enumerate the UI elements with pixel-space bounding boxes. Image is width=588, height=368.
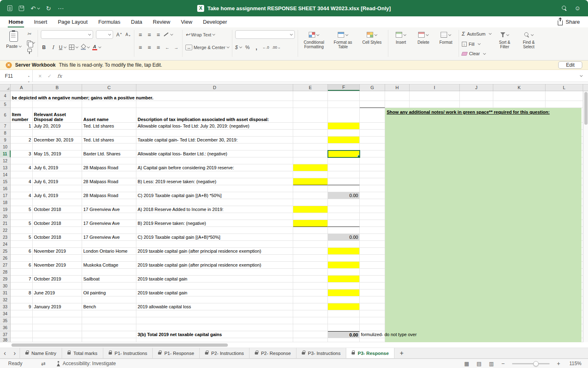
cell-G13[interactable]	[360, 164, 385, 171]
cell-D26[interactable]	[136, 255, 293, 262]
row-header-9[interactable]: 9	[0, 137, 11, 144]
align-middle-button[interactable]	[146, 31, 152, 39]
cell-C32[interactable]	[82, 296, 136, 303]
cell-E8[interactable]	[293, 130, 328, 137]
cell-G32[interactable]	[360, 296, 385, 303]
cell-C9[interactable]: Ted. Ltd shares	[82, 137, 136, 144]
cell-F27[interactable]	[328, 262, 360, 269]
sort-filter-button[interactable]: Sort & Filter	[494, 30, 515, 57]
cell-A21[interactable]: 5	[11, 220, 33, 227]
row-header-31[interactable]: 31	[0, 289, 11, 296]
cell-G7[interactable]	[360, 123, 385, 130]
cell-B15[interactable]: July 6, 2019	[33, 178, 82, 185]
cell-B32[interactable]	[33, 296, 82, 303]
cell-A6[interactable]: Item number	[11, 108, 33, 123]
cell-D33[interactable]: 2019 allowable capital loss	[136, 303, 293, 310]
cell-G9[interactable]	[360, 137, 385, 144]
cell-F32[interactable]	[328, 296, 360, 303]
cell-D17[interactable]: C) 2019 Taxable capital gain [(A+B) *50%…	[136, 192, 293, 199]
cell-B16[interactable]	[33, 185, 82, 192]
cell-G31[interactable]	[360, 289, 385, 296]
cell-F14[interactable]	[328, 171, 360, 178]
menu-insert[interactable]: Insert	[29, 16, 53, 27]
cell-G19[interactable]	[360, 206, 385, 213]
cell-G11[interactable]	[360, 150, 385, 157]
page-break-view-icon[interactable]	[489, 361, 494, 367]
cell-C33[interactable]: Bench	[82, 303, 136, 310]
menu-review[interactable]: Review	[147, 16, 176, 27]
decrease-decimal-button[interactable]	[263, 43, 270, 52]
cell-C37[interactable]	[82, 331, 136, 338]
column-header-J[interactable]: J	[460, 84, 493, 91]
search-icon[interactable]	[562, 6, 567, 11]
cell-B23[interactable]: October 2018	[33, 234, 82, 241]
row-header-34[interactable]: 34	[0, 310, 11, 317]
cell-C18[interactable]	[82, 199, 136, 206]
cell-D8[interactable]	[136, 130, 293, 137]
cell-G14[interactable]	[360, 171, 385, 178]
zoom-slider-thumb[interactable]	[533, 361, 539, 366]
cell-A25[interactable]: 6	[11, 248, 33, 255]
cell-C12[interactable]	[82, 157, 136, 164]
cell-G24[interactable]	[360, 241, 385, 248]
row-header-13[interactable]: 13	[0, 164, 11, 171]
cell-C27[interactable]: Muskoka Cottage	[82, 262, 136, 269]
cell-G27[interactable]	[360, 262, 385, 269]
vertical-scrollbar[interactable]	[583, 91, 588, 342]
cell-E20[interactable]	[293, 213, 328, 220]
cell-H5[interactable]	[385, 101, 410, 108]
cell-F30[interactable]	[328, 283, 360, 289]
menu-data[interactable]: Data	[126, 16, 147, 27]
cell-A16[interactable]	[11, 185, 33, 192]
cell-C21[interactable]: 17 Greenview Ave	[82, 220, 136, 227]
row-header-4[interactable]: 4	[0, 91, 11, 101]
cell-E4[interactable]	[293, 91, 328, 101]
cell-F22[interactable]	[328, 227, 360, 234]
cell-F15[interactable]	[328, 178, 360, 185]
cell-F28[interactable]	[328, 269, 360, 276]
cell-G30[interactable]	[360, 283, 385, 289]
name-box[interactable]: F11	[0, 70, 33, 82]
cell-D31[interactable]: 2019 taxable capital gain	[136, 289, 293, 296]
cell-A4[interactable]: be depicted with a negative number; gain…	[11, 91, 33, 101]
cell-C11[interactable]: Baxter Ltd. Shares	[82, 150, 136, 157]
column-header-I[interactable]: I	[410, 84, 460, 91]
add-sheet-button[interactable]	[394, 348, 409, 358]
cell-E10[interactable]	[293, 144, 328, 150]
cell-B13[interactable]: July 6, 2019	[33, 164, 82, 171]
cell-B12[interactable]	[33, 157, 82, 164]
sheet-tab-p3-instructions[interactable]: P3- Instructions	[296, 348, 346, 358]
italic-button[interactable]	[50, 43, 56, 52]
cell-A22[interactable]	[11, 227, 33, 234]
cell-E27[interactable]	[293, 262, 328, 269]
number-format-select[interactable]	[235, 30, 295, 39]
cell-D30[interactable]	[136, 283, 293, 289]
redo-icon[interactable]: ↻	[46, 5, 51, 11]
row-header-7[interactable]: 7	[0, 123, 11, 130]
menu-page-layout[interactable]: Page Layout	[53, 16, 93, 27]
format-painter-button[interactable]	[27, 49, 35, 54]
row-header-11[interactable]: 11	[0, 150, 11, 157]
cell-H4[interactable]	[385, 91, 410, 101]
zoom-out-icon[interactable]	[501, 360, 505, 367]
cell-K5[interactable]	[493, 101, 546, 108]
cell-E34[interactable]	[293, 310, 328, 317]
cell-G16[interactable]	[360, 185, 385, 192]
cell-B7[interactable]: July 20, 2019	[33, 123, 82, 130]
increase-font-size-button[interactable]	[116, 31, 122, 39]
cell-A32[interactable]	[11, 296, 33, 303]
cell-styles-button[interactable]: Cell Styles	[359, 30, 385, 49]
cell-D5[interactable]	[136, 101, 293, 108]
formula-bar-expand-icon[interactable]	[580, 74, 583, 77]
cell-G20[interactable]	[360, 213, 385, 220]
cell-G8[interactable]	[360, 130, 385, 137]
wrap-text-button[interactable]: Wrap Text	[185, 31, 215, 39]
cell-D25[interactable]: 2019 taxable capital gain (after princip…	[136, 248, 293, 255]
cell-D16[interactable]	[136, 185, 293, 192]
row-header-20[interactable]: 20	[0, 213, 11, 220]
cell-E5[interactable]	[293, 101, 328, 108]
cell-F16[interactable]	[328, 185, 360, 192]
row-header-36[interactable]: 36	[0, 324, 11, 331]
cell-A24[interactable]	[11, 241, 33, 248]
undo-button[interactable]: ↶	[31, 5, 40, 11]
